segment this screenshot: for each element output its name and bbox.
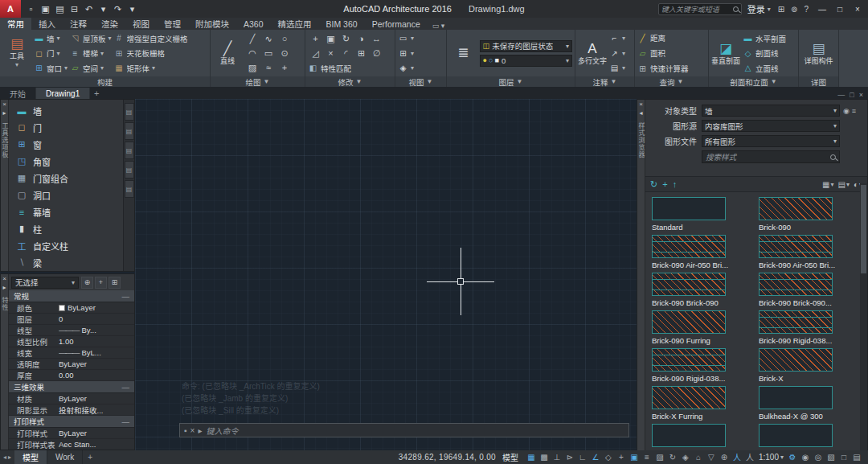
redo-menu-icon[interactable]: ▾ <box>125 2 139 15</box>
palette-group-tab[interactable]: ▤ <box>125 103 134 121</box>
tool-item[interactable]: ⊞窗 <box>9 136 123 153</box>
refresh-icon[interactable]: ↻ <box>650 179 657 190</box>
ribbon-tab[interactable]: 附加模块 <box>188 18 236 30</box>
transparency-icon[interactable]: ▨ <box>653 450 666 464</box>
collapse-icon[interactable]: — <box>122 417 130 426</box>
mass-element-tool[interactable]: ▦矩形体▾ <box>114 61 188 75</box>
palette-pin-icon[interactable]: ◉ <box>843 107 850 115</box>
tool-item[interactable]: ▢洞口 <box>9 187 123 203</box>
search-icon[interactable] <box>733 6 739 12</box>
section-line-tool[interactable]: ◇剖面线 <box>743 47 786 60</box>
tool-palette-titlebar[interactable]: × ▸ 工具选项板 <box>1 100 9 271</box>
tool-item[interactable]: ∖梁 <box>9 254 123 271</box>
style-filter-dropdown[interactable]: 墙▾ <box>702 105 840 117</box>
signin-button[interactable]: 登录▾ <box>745 2 773 15</box>
panel-label[interactable]: 构建 <box>0 76 210 87</box>
panel-label[interactable]: 剖面和立面▼ <box>709 76 798 87</box>
property-row[interactable]: 线型比例1.00 <box>9 336 134 347</box>
arc-icon[interactable]: ◠ <box>244 46 260 60</box>
model-space-toggle[interactable]: 模型 <box>502 451 518 463</box>
ribbon-tab[interactable]: BIM 360 <box>319 18 365 30</box>
properties-titlebar[interactable]: × ▸ 特性 <box>1 274 9 450</box>
autohide-icon[interactable]: ◂ <box>639 110 642 117</box>
enhanced-custom-grid-tool[interactable]: #增强型自定义栅格 <box>114 31 188 45</box>
open-file-icon[interactable]: ▣ <box>39 2 52 15</box>
line-button[interactable]: ╱ 直线 <box>213 31 242 75</box>
scale-icon[interactable]: ◿ <box>308 46 323 60</box>
quick-select-icon[interactable]: ⊞ <box>108 277 121 289</box>
style-search-input[interactable]: 搜索样式 <box>702 150 840 163</box>
area-tool[interactable]: ▱面积 <box>637 47 706 60</box>
table-icon[interactable]: ▤▾ <box>609 61 625 75</box>
file-tab[interactable]: 开始 <box>0 88 36 99</box>
command-line[interactable]: ▪×▸ 键入命令 <box>179 423 629 437</box>
isodraft-icon[interactable]: ◇ <box>602 450 615 464</box>
line-icon[interactable]: ╱ <box>244 31 260 46</box>
ceiling-grid-tool[interactable]: ⊞天花板栅格 <box>114 47 188 60</box>
elevation-line-tool[interactable]: △立面线 <box>743 61 786 75</box>
ortho-icon[interactable]: ∟ <box>576 450 589 464</box>
add-style-icon[interactable]: + <box>662 179 667 190</box>
autoscale-icon[interactable]: 人 <box>743 450 756 464</box>
command-close-icon[interactable]: × <box>190 426 195 435</box>
infer-constraints-icon[interactable]: ⊥ <box>551 450 563 464</box>
ribbon-tab[interactable]: 常用 <box>0 18 31 30</box>
save-icon[interactable]: ▤ <box>53 2 67 15</box>
panel-label[interactable]: 修改▼ <box>305 76 395 87</box>
layout-next-icon[interactable]: ▸ <box>8 454 11 461</box>
layer-dropdown[interactable]: ●○■ 0 ▾ <box>480 55 572 67</box>
property-row[interactable]: 线型———By... <box>9 325 134 336</box>
property-section-header[interactable]: 打印样式— <box>9 416 134 428</box>
property-row[interactable]: 颜色ByLayer <box>9 302 134 314</box>
style-item[interactable]: Brick-X Furring <box>652 386 759 424</box>
wall-tool[interactable]: ▬墙▾ <box>34 31 68 45</box>
document-restore-icon[interactable]: □ <box>850 91 854 99</box>
ribbon-tab[interactable]: 插入 <box>31 18 63 30</box>
layout-tab[interactable]: 模型 <box>14 450 47 464</box>
list-view-icon[interactable]: ▤▾ <box>837 180 849 189</box>
property-row[interactable]: 打印样式ByLayer <box>9 428 134 439</box>
style-filter-dropdown[interactable]: 所有图形▾ <box>702 135 840 147</box>
property-section-header[interactable]: 三维效果— <box>9 381 134 393</box>
ribbon-tab[interactable]: 精选应用 <box>271 18 319 30</box>
rotate-icon[interactable]: ↻ <box>338 31 354 46</box>
object-snap-tracking-icon[interactable]: + <box>615 450 628 464</box>
style-item[interactable]: Brick-X <box>759 348 866 386</box>
space-tool[interactable]: ▱空间▾ <box>70 61 112 75</box>
panel-label[interactable]: 绘图▼ <box>211 76 305 87</box>
scrollbar-thumb[interactable] <box>861 185 866 273</box>
toggle-pickadd-icon[interactable]: ⊕ <box>81 277 93 289</box>
erase-icon[interactable]: ∅ <box>369 46 384 60</box>
panel-label[interactable]: 注释▼ <box>575 76 634 87</box>
collapse-icon[interactable]: — <box>122 292 130 301</box>
property-row[interactable]: 阴影显示投射和接收... <box>9 404 134 416</box>
style-item[interactable]: Brick-090 <box>759 197 866 235</box>
selection-cycling-icon[interactable]: ↻ <box>666 450 679 464</box>
print-icon[interactable]: ⊟ <box>68 2 81 15</box>
palette-group-tab[interactable]: ▤ <box>125 142 134 159</box>
visual-styles-icon[interactable]: ◈▾ <box>398 61 444 75</box>
spline-icon[interactable]: ≈ <box>260 60 276 75</box>
layout-prev-icon[interactable]: ◂ <box>3 454 6 461</box>
workspace-icon[interactable]: ⚙ <box>786 450 799 464</box>
ribbon-display-toggle-icon[interactable]: ▭ ▾ <box>432 22 445 30</box>
polar-tracking-icon[interactable]: ∠ <box>589 450 602 464</box>
ribbon-tab[interactable]: 渲染 <box>94 18 125 30</box>
help-icon[interactable]: ? <box>802 5 810 14</box>
drawing-canvas[interactable]: 命令: (已忽略块 _ArchTick 的重复定义)(已忽略块 _Jamb 的重… <box>135 99 637 450</box>
property-row[interactable]: 图层0 <box>9 314 134 325</box>
mirror-icon[interactable]: ◑ <box>354 31 369 46</box>
property-section-header[interactable]: 常规— <box>9 290 134 302</box>
dynamic-input-icon[interactable]: ⊳ <box>563 450 576 464</box>
ribbon-tab[interactable]: 管理 <box>157 18 188 30</box>
command-customize-icon[interactable]: ▪ <box>184 426 187 435</box>
minimize-button[interactable]: — <box>813 1 831 17</box>
annotation-visibility-icon[interactable]: 人 <box>731 450 743 464</box>
rectangle-icon[interactable]: ▭ <box>260 46 276 60</box>
style-filter-dropdown[interactable]: 内容库图形▾ <box>702 120 840 132</box>
stretch-icon[interactable]: ↔ <box>369 31 384 46</box>
autohide-icon[interactable]: ▸ <box>2 285 6 291</box>
annotation-monitor-icon[interactable]: ◉ <box>799 450 812 464</box>
stay-connected-icon[interactable]: ⊚ <box>789 5 799 14</box>
tool-item[interactable]: ▬墙 <box>9 102 123 119</box>
